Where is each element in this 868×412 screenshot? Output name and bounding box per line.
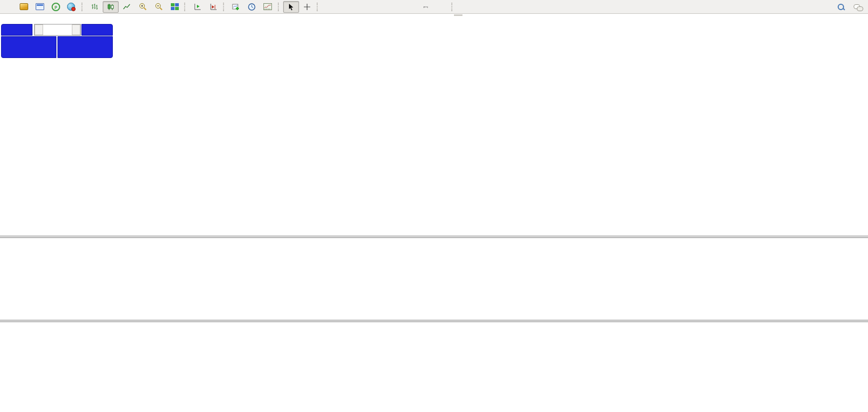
toolbar: p: [0, 0, 868, 14]
toolbar-grip[interactable]: [317, 3, 320, 11]
zoom-in-icon: [139, 3, 147, 11]
chart-shift-icon: [210, 3, 218, 11]
data-window-icon: p: [52, 3, 60, 11]
bar-chart-icon: [91, 3, 98, 11]
indicators-icon: [232, 3, 240, 11]
chart-canvas[interactable]: [0, 0, 868, 412]
candlestick-chart-button[interactable]: [103, 1, 119, 13]
candlestick-chart-icon: [107, 3, 114, 11]
auto-scroll-icon: [194, 3, 202, 11]
buy-price-display[interactable]: [57, 36, 113, 58]
autotrade-globe-icon: [67, 3, 75, 11]
toolbar-grip[interactable]: [223, 3, 226, 11]
history-icon: [20, 3, 28, 10]
rsi-label: [3, 324, 5, 330]
volume-decrease-button[interactable]: [35, 24, 43, 35]
trendline-tool-button[interactable]: [354, 1, 370, 13]
history-center-button[interactable]: [16, 1, 32, 13]
indicators-button[interactable]: [228, 1, 244, 13]
fibonacci-tool-button[interactable]: [386, 1, 402, 13]
market-watch-icon: [36, 3, 44, 10]
rsi-pane-divider[interactable]: [0, 320, 868, 322]
sell-button[interactable]: [1, 24, 32, 36]
toolbar-grip[interactable]: [81, 3, 85, 11]
community-icon: [854, 4, 860, 9]
cursor-tool-button[interactable]: [283, 1, 299, 13]
macd-pane-divider[interactable]: [0, 236, 868, 238]
bar-chart-button[interactable]: [87, 1, 103, 13]
tile-windows-icon: [171, 3, 179, 10]
line-chart-button[interactable]: [119, 1, 135, 13]
text-label-tool-button[interactable]: [418, 1, 434, 13]
new-order-button[interactable]: [0, 1, 16, 13]
volume-increase-button[interactable]: [72, 24, 80, 35]
toolbar-grip[interactable]: [278, 3, 281, 11]
search-icon: [838, 4, 844, 10]
market-watch-button[interactable]: [32, 1, 48, 13]
crosshair-tool-button[interactable]: [299, 1, 315, 13]
crosshair-icon: [303, 3, 311, 11]
channel-tool-button[interactable]: [370, 1, 386, 13]
templates-button[interactable]: [260, 1, 276, 13]
sell-price-display[interactable]: [1, 36, 56, 58]
toolbar-grip[interactable]: [451, 3, 454, 11]
search-button[interactable]: [833, 1, 849, 13]
chart-shift-button[interactable]: [205, 1, 221, 13]
periods-button[interactable]: [244, 1, 260, 13]
mt4-window: p: [0, 0, 868, 412]
text-label-icon: [424, 6, 428, 7]
arrows-tool-button[interactable]: [434, 1, 450, 13]
chart-title: [4, 17, 11, 23]
vertical-line-tool-button[interactable]: [322, 1, 338, 13]
template-icon: [263, 3, 272, 10]
one-click-trading-panel: [1, 24, 113, 58]
cursor-icon: [288, 3, 294, 11]
community-button[interactable]: [849, 1, 865, 13]
data-window-button[interactable]: p: [48, 1, 64, 13]
buy-button[interactable]: [81, 24, 113, 36]
autotrade-button[interactable]: [64, 1, 80, 13]
line-chart-icon: [123, 3, 130, 11]
toolbar-grip[interactable]: [184, 3, 187, 11]
clock-icon: [248, 3, 255, 11]
zoom-out-icon: [155, 3, 163, 11]
volume-input[interactable]: [43, 24, 72, 35]
text-tool-button[interactable]: [402, 1, 418, 13]
macd-label: [3, 240, 7, 246]
zoom-in-button[interactable]: [135, 1, 151, 13]
zoom-out-button[interactable]: [151, 1, 167, 13]
horizontal-line-tool-button[interactable]: [338, 1, 354, 13]
tile-windows-button[interactable]: [167, 1, 183, 13]
auto-scroll-button[interactable]: [189, 1, 205, 13]
scrollbar-stub[interactable]: [454, 14, 462, 16]
